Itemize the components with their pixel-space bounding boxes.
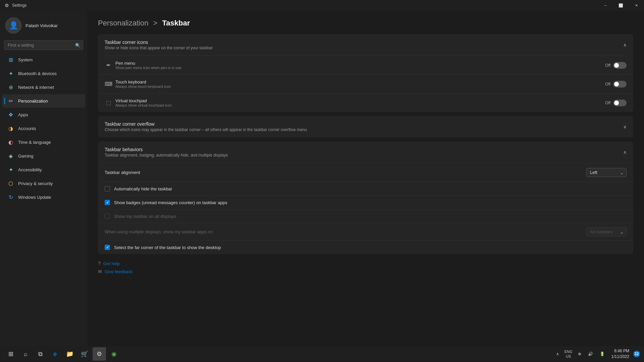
multiple-display-label: When using multiple displays, show my ta… (105, 229, 213, 234)
sidebar-item-bluetooth[interactable]: ✦ Bluetooth & devices (2, 67, 85, 80)
sidebar-item-apps[interactable]: ❖ Apps (2, 108, 85, 121)
windows-taskbar: ⊞ ⌕ ⧉ e 📁 🛒 ⚙ ◉ ∧ ENGUS ⊕ 🔊 🔋 8:46 PM 1/… (0, 346, 644, 362)
auto-hide-label[interactable]: Automatically hide the taskbar (114, 186, 172, 191)
search-box[interactable]: 🔍 (4, 40, 83, 50)
gaming-nav-icon: ◈ (7, 153, 14, 159)
battery-tray-icon[interactable]: 🔋 (597, 350, 607, 358)
show-desktop-label[interactable]: Select the far corner of the taskbar to … (114, 245, 221, 250)
pen-menu-control: Off (605, 62, 627, 69)
card-header-left: Taskbar corner icons Show or hide icons … (105, 40, 213, 50)
touch-keyboard-row: ⌨ Touch keyboard Always show touch keybo… (98, 74, 633, 93)
alignment-dropdown[interactable]: Left Center (586, 168, 627, 177)
show-badges-checkbox[interactable] (105, 200, 110, 205)
give-feedback-text[interactable]: Give feedback (105, 269, 132, 274)
username: Palash Volvoikar (25, 23, 58, 28)
volume-tray-icon[interactable]: 🔊 (585, 350, 596, 358)
privacy-nav-label: Privacy & security (18, 181, 53, 186)
minimize-button[interactable]: ─ (598, 0, 613, 11)
alignment-row: Taskbar alignment Left Center (98, 163, 633, 182)
edge-button[interactable]: e (48, 347, 62, 361)
all-displays-row: Show my taskbar on all displays (98, 209, 633, 223)
virtual-touchpad-toggle[interactable] (613, 100, 627, 106)
touch-keyboard-label: Touch keyboard (115, 79, 171, 84)
sidebar-item-accounts[interactable]: ◑ Accounts (2, 122, 85, 135)
chevron-down-icon: ∨ (623, 124, 627, 129)
pen-menu-label: Pen menu (115, 61, 181, 66)
sidebar-item-privacy[interactable]: ⬡ Privacy & security (2, 177, 85, 190)
pen-menu-toggle[interactable] (613, 62, 627, 69)
task-view-button[interactable]: ⧉ (34, 347, 47, 361)
pen-toggle-label: Off (605, 63, 610, 68)
time-nav-icon: ◐ (7, 139, 14, 145)
search-icon: 🔍 (75, 43, 80, 48)
alignment-label: Taskbar alignment (105, 170, 140, 175)
overflow-title: Taskbar corner overflow (105, 121, 307, 127)
apps-nav-label: Apps (18, 112, 28, 117)
update-nav-icon: ↻ (7, 194, 14, 200)
pen-menu-desc: Show pen menu icon when pen is in use (115, 66, 181, 70)
card-subtitle: Show or hide icons that appear on the co… (105, 46, 213, 50)
clock-time: 8:46 PM (611, 348, 629, 354)
sidebar-item-network[interactable]: ⊕ Network & internet (2, 80, 85, 94)
personalization-nav-icon: ✏ (7, 98, 14, 104)
taskbar-corner-overflow-header[interactable]: Taskbar corner overflow Choose which ico… (98, 116, 633, 137)
footer-links: ? Get help ✉ Give feedback (98, 261, 633, 274)
language-display[interactable]: ENGUS (563, 349, 574, 360)
search-button[interactable]: ⌕ (19, 347, 32, 361)
sidebar: 👤 Palash Volvoikar 🔍 ⊞ System ✦ Bluetoot… (0, 11, 87, 362)
battery-icon: 🔋 (600, 352, 605, 356)
taskbar-corner-icons-header[interactable]: Taskbar corner icons Show or hide icons … (98, 34, 633, 56)
get-help-link[interactable]: ? Get help (98, 261, 633, 266)
help-icon: ? (98, 261, 101, 266)
close-button[interactable]: ✕ (629, 0, 644, 11)
touch-keyboard-desc: Always show touch keyboard icon (115, 84, 171, 88)
maximize-button[interactable]: ⬜ (613, 0, 629, 11)
accessibility-nav-icon: ✦ (7, 166, 14, 173)
virtual-touchpad-control: Off (605, 100, 627, 106)
sidebar-item-gaming[interactable]: ◈ Gaming (2, 149, 85, 163)
behaviors-chevron-icon: ∧ (623, 149, 627, 155)
touch-keyboard-toggle[interactable] (613, 81, 627, 87)
all-displays-label: Show my taskbar on all displays (114, 214, 176, 219)
sidebar-item-personalization[interactable]: ✏ Personalization (2, 94, 85, 108)
network-nav-label: Network & internet (18, 85, 54, 90)
alignment-dropdown-wrap: Left Center (586, 168, 627, 177)
search-input[interactable] (4, 40, 83, 50)
sidebar-item-time[interactable]: ◐ Time & language (2, 135, 85, 149)
virtual-touchpad-row: ⬚ Virtual touchpad Always show virtual t… (98, 93, 633, 112)
show-badges-row: Show badges (unread messages counter) on… (98, 195, 633, 209)
show-desktop-checkbox[interactable] (105, 245, 110, 250)
start-button[interactable]: ⊞ (4, 347, 17, 361)
apps-nav-icon: ❖ (7, 111, 14, 118)
settings-taskbar-button[interactable]: ⚙ (93, 347, 106, 361)
behaviors-header[interactable]: Taskbar behaviors Taskbar alignment, bad… (98, 141, 633, 163)
notification-button[interactable]: 32 (633, 351, 640, 357)
taskbar-corner-icons-card: Taskbar corner icons Show or hide icons … (98, 34, 633, 112)
multiple-display-dropdown-wrap: All taskbars (586, 227, 627, 236)
keyboard-icon: ⌨ (105, 80, 112, 88)
multiple-display-row: When using multiple displays, show my ta… (98, 223, 633, 240)
get-help-text[interactable]: Get help (103, 261, 120, 266)
network-nav-icon: ⊕ (7, 84, 14, 90)
sidebar-item-system[interactable]: ⊞ System (2, 53, 85, 66)
virtual-touchpad-text: Virtual touchpad Always show virtual tou… (115, 98, 172, 107)
window-controls: ─ ⬜ ✕ (598, 0, 644, 11)
clock-display[interactable]: 8:46 PM 1/11/2022 (609, 347, 632, 361)
edge-dev-button[interactable]: ◉ (107, 347, 121, 361)
bluetooth-nav-icon: ✦ (7, 70, 14, 77)
system-tray-chevron[interactable]: ∧ (553, 350, 562, 358)
accessibility-nav-label: Accessibility (18, 167, 42, 172)
file-explorer-button[interactable]: 📁 (63, 347, 76, 361)
touch-toggle-label: Off (605, 82, 610, 86)
sidebar-item-update[interactable]: ↻ Windows Update (2, 190, 85, 204)
app-container: 👤 Palash Volvoikar 🔍 ⊞ System ✦ Bluetoot… (0, 11, 644, 362)
microsoft-store-button[interactable]: 🛒 (78, 347, 91, 361)
auto-hide-checkbox[interactable] (105, 186, 110, 191)
pen-menu-row: ✒ Pen menu Show pen menu icon when pen i… (98, 56, 633, 74)
show-badges-label[interactable]: Show badges (unread messages counter) on… (114, 200, 227, 205)
sidebar-item-accessibility[interactable]: ✦ Accessibility (2, 163, 85, 176)
clock-date: 1/11/2022 (611, 354, 629, 360)
overflow-subtitle: Choose which icons may appear in the tas… (105, 127, 307, 132)
network-tray-icon[interactable]: ⊕ (575, 350, 584, 358)
give-feedback-link[interactable]: ✉ Give feedback (98, 269, 633, 274)
